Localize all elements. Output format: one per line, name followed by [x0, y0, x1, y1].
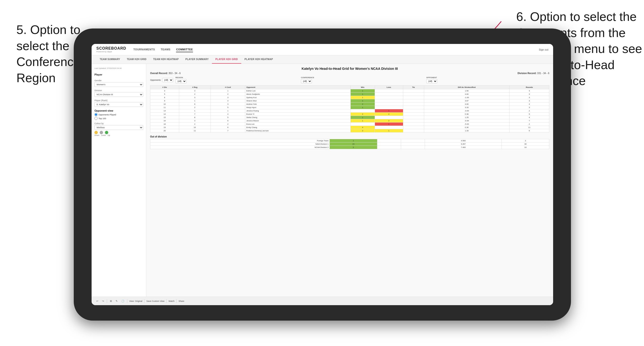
- report-header: Katelyn Vo Head-to-Head Grid for Women's…: [150, 67, 549, 71]
- filter-row: Opponents: (All) Region (All) Conference: [150, 76, 549, 83]
- logo-text: SCOREBOARD: [96, 46, 126, 51]
- table-row: 1474Eunice Yi 220.389: [150, 113, 549, 116]
- logo-sub: Powered by clippd: [96, 51, 112, 53]
- clock-btn[interactable]: 🕐: [120, 299, 125, 303]
- table-row: 633Sydney Kuo 1-1.003: [150, 96, 549, 99]
- col-reg: # Reg: [179, 85, 211, 89]
- conference-select[interactable]: (All): [301, 79, 312, 83]
- col-tie: Tie: [403, 85, 424, 89]
- main-data-table: # Div # Reg # Conf Opponent Win Loss Tie…: [150, 85, 549, 133]
- col-rounds: Rounds: [510, 85, 549, 89]
- sub-nav-team-h2h-grid[interactable]: TEAM H2H GRID: [124, 55, 150, 64]
- table-row: 1585Stella Cheng 11.254: [150, 116, 549, 119]
- region-select[interactable]: (All): [176, 79, 186, 83]
- table-row: 1311Jessica Huang 1-3.002: [150, 109, 549, 113]
- report-area: Katelyn Vo Head-to-Head Grid for Women's…: [146, 64, 553, 297]
- opponents-filter-select[interactable]: (All): [162, 78, 173, 82]
- table-row: 1063Andrea York 24.004: [150, 103, 549, 106]
- tablet-screen: SCOREBOARD Powered by clippd TOURNAMENTS…: [92, 44, 553, 305]
- opponent-select[interactable]: (All): [426, 79, 437, 83]
- table-row: NCAA Division 2 57.40010: [150, 146, 549, 149]
- nav-item-committee[interactable]: COMMITTEE: [176, 47, 193, 52]
- color-dot-level: [100, 131, 103, 134]
- nav-items: TOURNAMENTS TEAMS COMMITTEE: [134, 47, 532, 52]
- opponents-filter-label: Opponents:: [150, 79, 161, 81]
- col-conf: # Conf: [210, 85, 245, 89]
- edit-btn[interactable]: ✎: [115, 299, 118, 303]
- opponent-view-options: Opponents Played Top 100: [94, 113, 143, 120]
- colour-by-select[interactable]: Win/loss: [94, 125, 143, 130]
- out-of-division-table: Foreign Team 14.5002 NAIA Division 1 159…: [150, 139, 549, 149]
- table-row: 20117Federica Domecq Lacroze 211.336: [150, 129, 549, 133]
- nav-item-tournaments[interactable]: TOURNAMENTS: [134, 47, 155, 52]
- col-diff: Diff Av Strokes/Rnd: [424, 85, 510, 89]
- sub-nav-player-summary[interactable]: PLAYER SUMMARY: [182, 55, 212, 64]
- sign-out-link[interactable]: Sign out: [539, 48, 548, 51]
- watch-btn[interactable]: Watch: [168, 300, 174, 302]
- sidebar: Last Updated: 27/03/2024 04:44 Player Ge…: [92, 64, 146, 297]
- bottom-toolbar: ↩ ↪ ⊞ ✎ 🕐 View: Original Save Custom Vie…: [92, 297, 553, 305]
- region-section: Region (All): [176, 76, 298, 83]
- top-nav: SCOREBOARD Powered by clippd TOURNAMENTS…: [92, 44, 553, 55]
- player-rank-label: Player (Rank): [94, 99, 143, 102]
- color-legend: [94, 131, 143, 134]
- report-records: Overall Record: 353 - 34 - 6 Division Re…: [150, 72, 549, 75]
- sub-nav: TEAM SUMMARY TEAM H2H GRID TEAM H2H HEAT…: [92, 55, 553, 64]
- sub-nav-player-h2h-heatmap[interactable]: PLAYER H2H HEATMAP: [241, 55, 276, 64]
- gender-label: Gender: [94, 79, 143, 82]
- table-row: 522Alexis Sudjianto 14.003: [150, 93, 549, 96]
- tablet-device: SCOREBOARD Powered by clippd TOURNAMENTS…: [74, 28, 571, 321]
- sub-nav-team-h2h-heatmap[interactable]: TEAM H2H HEATMAP: [150, 55, 182, 64]
- toolbar-divider-3: [144, 299, 144, 303]
- toolbar-divider-1: [107, 299, 107, 303]
- division-select[interactable]: NCAA Division III NCAA Division I NCAA D…: [94, 92, 143, 97]
- redo-btn[interactable]: ↪: [101, 299, 105, 303]
- table-row: NAIA Division 1 159.26730: [150, 143, 549, 146]
- last-updated: Last Updated: 27/03/2024 04:44: [94, 67, 143, 69]
- undo-btn[interactable]: ↩: [96, 299, 99, 303]
- grid-btn[interactable]: ⊞: [109, 299, 113, 303]
- division-label: Division: [94, 89, 143, 92]
- opponent-view-title: Opponent view: [94, 109, 143, 112]
- main-content: Last Updated: 27/03/2024 04:44 Player Ge…: [92, 64, 553, 297]
- toolbar-divider-4: [166, 299, 166, 303]
- color-legend-labels: Down Level Up: [94, 134, 143, 136]
- sub-nav-player-h2h-grid[interactable]: PLAYER H2H GRID: [212, 55, 241, 64]
- report-title: Katelyn Vo Head-to-Head Grid for Women's…: [150, 67, 549, 71]
- overall-record: Overall Record: 353 - 34 - 6: [150, 72, 180, 75]
- save-custom-btn[interactable]: Save Custom View: [146, 300, 164, 302]
- color-dot-up: [105, 131, 108, 134]
- color-dot-down: [94, 131, 98, 134]
- gender-select[interactable]: Women's Men's: [94, 82, 143, 87]
- player-section-title: Player: [94, 73, 143, 76]
- table-row: 19106Emily Chang 40.3011: [150, 126, 549, 129]
- table-row: 1125Heeju Hyun 13.333: [150, 106, 549, 109]
- conference-section: Conference (All): [301, 76, 424, 83]
- division-record: Division Record: 331 - 34 - 6: [518, 72, 549, 75]
- table-row: 914Sharon Mun 13.673: [150, 99, 549, 103]
- player-rank-select[interactable]: 8. Katelyn Vo: [94, 102, 143, 107]
- col-loss: Loss: [375, 85, 403, 89]
- sub-nav-team-summary[interactable]: TEAM SUMMARY: [96, 55, 124, 64]
- table-row: 1636Jessica Mason 12-0.947: [150, 119, 549, 123]
- logo-area: SCOREBOARD Powered by clippd: [96, 46, 126, 53]
- radio-opponents-played[interactable]: Opponents Played: [94, 113, 143, 116]
- table-row: 331Esther Lee 11.504: [150, 89, 549, 93]
- out-of-division-header: Out of division: [150, 135, 549, 138]
- col-win: Win: [351, 85, 375, 89]
- table-row: 1822Euna Lee 1-5.002: [150, 123, 549, 126]
- nav-item-teams[interactable]: TEAMS: [160, 47, 170, 52]
- radio-top100[interactable]: Top 100: [94, 117, 143, 120]
- toolbar-divider-5: [176, 299, 176, 303]
- share-btn[interactable]: Share: [178, 300, 184, 302]
- colour-by-label: Colour by: [94, 122, 143, 125]
- col-div: # Div: [150, 85, 179, 89]
- nav-right: Sign out: [539, 48, 548, 51]
- toolbar-divider-2: [127, 299, 127, 303]
- table-row: Foreign Team 14.5002: [150, 139, 549, 143]
- opponent-section: Opponent (All): [426, 76, 549, 83]
- view-original-btn[interactable]: View: Original: [129, 300, 142, 302]
- col-opponent: Opponent: [245, 85, 351, 89]
